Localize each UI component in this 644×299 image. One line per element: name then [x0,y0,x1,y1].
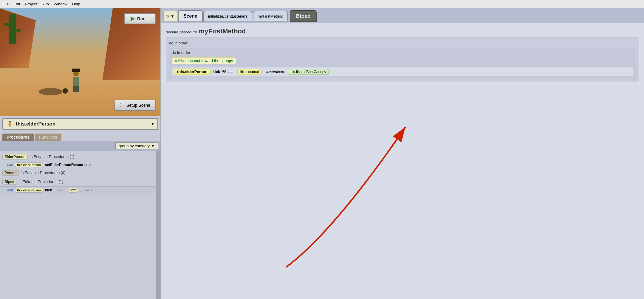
stmt-comma: , [264,69,265,74]
scene-rock-left [0,8,36,68]
elder-edit-link[interactable]: edit [7,163,13,167]
person-badge: Person [2,170,19,176]
do-in-order-inner: do in order // Kick coconut toward the c… [169,48,636,79]
stmt-object-badge[interactable]: this.elderPerson [174,69,211,75]
scene-cactus [9,14,16,44]
menu-edit[interactable]: Edit [13,2,20,6]
figure-hat [72,69,80,72]
menu-window[interactable]: Window [54,2,67,6]
biped-category-header: Biped 's Editable Procedures (1) [0,177,156,186]
play-icon [131,16,135,21]
tab-procedures[interactable]: Procedures [2,134,34,141]
biped-edit-link[interactable]: edit [7,188,13,192]
tab-scene-label: Scene [183,13,197,19]
do-in-order-inner-label: do in order [172,50,633,55]
tab-init-event-listeners[interactable]: initializeEventListeners [203,11,252,21]
dropdown-arrow-icon: ▼ [151,122,154,126]
biped-procedure-item: edit this.elderPerson kick thisItem: ???… [0,186,156,194]
setup-scene-icon: ⛶ [120,103,125,108]
declare-label: declare procedure myFirstMethod [166,27,639,35]
tab-biped-label: Biped [296,13,311,19]
object-selector[interactable]: 🧍 this.elderPerson ▼ [2,118,158,130]
method-name: myFirstMethod [199,27,246,35]
biped-thisItem-label: thisItem: [54,188,66,192]
stmt-thisItem-label: thisItem: [222,70,235,74]
person-category-header: Person 's Editable Procedures (0) [0,168,156,177]
run-button[interactable]: Run... [124,13,156,24]
group-by-dropdown[interactable]: group by category ▼ [115,142,158,149]
tab-method-label: myFirstMethod [258,14,283,18]
run-button-container: Run... [124,13,156,24]
do-in-order-outer: do in order do in order // Kick coconut … [166,38,639,82]
biped-badge: Biped [2,179,16,185]
procedures-list: ElderPerson 's Editable Procedures (1) e… [0,151,156,299]
figure-body [73,77,79,86]
group-by-label: group by category [119,144,150,148]
do-in-order-outer-label: do in order [169,41,636,45]
group-by-row: group by category ▼ [0,141,160,151]
figure-head [73,71,79,76]
biped-param-badge: ??? [68,188,78,193]
right-panel: ▽ ▼ Scene initializeEventListeners myFir… [161,8,644,299]
left-panel-inner: ElderPerson 's Editable Procedures (1) e… [0,151,156,299]
code-statement: this.elderPerson kick thisItem: this.coc… [172,67,633,76]
left-panel-content: ElderPerson 's Editable Procedures (1) e… [0,151,160,299]
left-scrollbar[interactable] [156,151,160,299]
chevron-down-icon: ▼ [171,14,174,18]
menu-help[interactable]: Help [72,2,80,6]
group-by-arrow-icon: ▼ [151,144,155,148]
person-editable-label: 's Editable Procedures (0) [21,171,65,175]
elder-truncated: e [89,163,91,167]
shape-dropdown-icon: ▽ [166,14,169,18]
biped-keyword: kick [45,188,52,192]
menu-file[interactable]: File [2,2,9,6]
shape-tab-icon[interactable]: ▽ ▼ [163,11,177,21]
elder-person-badge: ElderPerson [2,154,28,159]
elder-method-name: setElderPersonResource [45,163,88,167]
tab-scene[interactable]: Scene [178,10,203,22]
figure-legs [73,86,79,92]
tab-biped[interactable]: Biped [290,10,317,22]
left-panel: Run... ⛶ Setup Scene 🧍 this.elderPerson … [0,8,161,299]
scene-coconut [63,88,68,94]
tab-init-label: initializeEventListeners [208,14,247,18]
menubar: File Edit Project Run Window Help [0,0,644,8]
elder-object-badge: this.elderPerson [15,162,43,167]
scene-viewport: Run... ⛶ Setup Scene [0,8,160,116]
tab-my-first-method[interactable]: myFirstMethod [253,11,288,21]
scene-shadow [39,88,63,95]
declare-italic-label: declare procedure [166,30,197,34]
stmt-towardItem-label: towardItem: [266,70,285,74]
tab-bar: ▽ ▼ Scene initializeEventListeners myFir… [161,8,644,23]
scene-figure [72,71,80,92]
proc-func-tabs: Procedures Functions [0,132,160,141]
setup-scene-label: Setup Scene [126,103,150,108]
comment-text: // Kick coconut toward the canopy [175,58,233,63]
stmt-thisItem-value[interactable]: this.coconut [237,69,262,75]
comment-line: // Kick coconut toward the canopy [172,57,236,64]
elder-person-category-header: ElderPerson 's Editable Procedures (1) [0,152,156,161]
code-area: declare procedure myFirstMethod do in or… [161,23,644,299]
run-button-label: Run... [137,16,149,21]
setup-scene-button[interactable]: ⛶ Setup Scene [114,100,156,111]
elder-person-editable-label: 's Editable Procedures (1) [30,154,74,159]
elder-procedure-item: edit this.elderPerson setElderPersonReso… [0,161,156,168]
object-selector-label: this.elderPerson [16,121,55,127]
biped-object-badge: this.elderPerson [15,188,43,193]
tab-functions[interactable]: Functions [35,134,61,141]
stmt-towardItem-value[interactable]: this.fishingBoatCanopy [287,69,329,75]
menu-project[interactable]: Project [25,2,37,6]
biped-toward-label: , toward [80,188,92,192]
biped-editable-label: 's Editable Procedures (1) [19,179,63,184]
person-icon: 🧍 [6,120,13,128]
main-layout: Run... ⛶ Setup Scene 🧍 this.elderPerson … [0,8,644,299]
stmt-keyword: kick [213,69,220,74]
menu-run[interactable]: Run [42,2,49,6]
